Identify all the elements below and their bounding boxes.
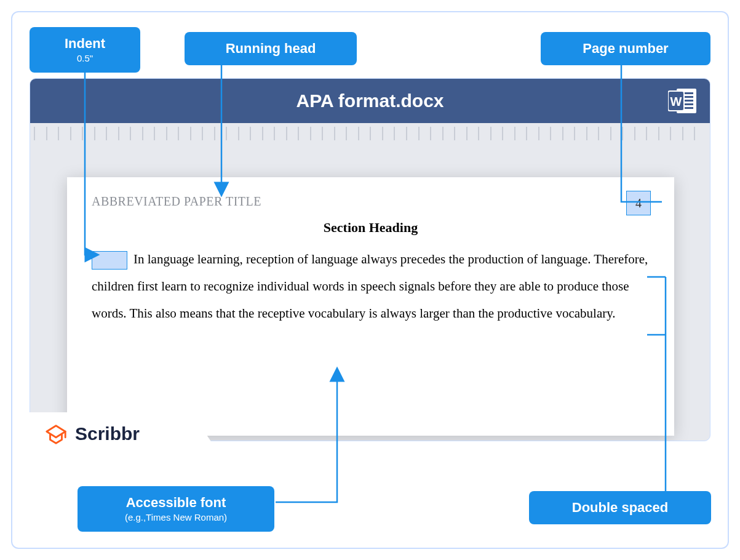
indent-highlight	[92, 251, 127, 270]
scribbr-badge: Scribbr	[30, 412, 220, 455]
document-page: ABBREVIATED PAPER TITLE 4 Section Headin…	[67, 177, 674, 436]
running-head-text: ABBREVIATED PAPER TITLE	[92, 194, 650, 209]
label-accessible-font-title: Accessible font	[126, 495, 226, 510]
body-paragraph: In language learning, reception of langu…	[92, 246, 650, 327]
document-window: APA format.docx W ABBREVIATED PAPER TITL…	[30, 78, 710, 441]
label-page-number-text: Page number	[583, 41, 668, 56]
label-accessible-font-sub: (e.g.,Times New Roman)	[95, 512, 257, 523]
page-number-box: 4	[626, 191, 651, 215]
word-icon: W	[668, 87, 698, 114]
label-double-spaced-text: Double spaced	[572, 500, 668, 515]
document-filename: APA format.docx	[296, 90, 444, 111]
body-text: In language learning, reception of langu…	[92, 252, 648, 321]
svg-text:W: W	[670, 95, 682, 108]
label-indent-title: Indent	[65, 36, 105, 51]
ruler	[30, 123, 710, 144]
label-indent: Indent 0.5"	[30, 27, 140, 73]
scribbr-brand-text: Scribbr	[75, 423, 140, 444]
label-double-spaced: Double spaced	[529, 491, 711, 524]
page-number-value: 4	[635, 196, 642, 210]
section-heading: Section Heading	[92, 220, 650, 236]
label-running-head-text: Running head	[226, 41, 316, 56]
scribbr-logo-icon	[44, 422, 68, 446]
label-accessible-font: Accessible font (e.g.,Times New Roman)	[78, 486, 274, 532]
label-page-number: Page number	[541, 32, 710, 65]
label-indent-sub: 0.5"	[47, 53, 123, 64]
title-bar: APA format.docx W	[30, 79, 710, 123]
label-running-head: Running head	[185, 32, 357, 65]
